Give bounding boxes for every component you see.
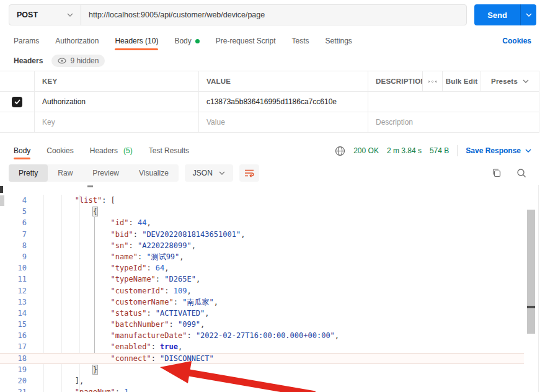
json-token: : [115,388,124,392]
send-button[interactable]: Send [474,4,520,25]
new-description-field[interactable]: Description [368,112,539,132]
tab-body[interactable]: Body [14,140,30,161]
line-content: { [34,206,97,217]
header-description-field[interactable] [368,92,539,112]
header-key-field[interactable]: Authorization [34,92,198,112]
code-line: 20 ], [0,375,545,386]
line-content: "enabled": true, [34,341,182,352]
json-token: : [156,275,164,283]
send-options-button[interactable] [520,4,536,25]
response-tabs-bar: BodyCookiesHeaders(5)Test Results 200 OK… [0,140,545,161]
tab-cookies[interactable]: Cookies [47,140,73,161]
scrollbar-marker [527,306,535,308]
response-time[interactable]: 2 m 3.84 s [387,146,422,155]
response-meta: 200 OK 2 m 3.84 s 574 B Save Response [335,145,531,156]
save-response-button[interactable]: Save Response [466,146,531,155]
tab-label: Body [14,146,30,155]
tab-headers-10[interactable]: Headers (10) [115,30,158,52]
line-content: "status": "ACTIVATED", [34,308,210,319]
chevron-down-icon [525,149,531,153]
tab-label: Body [174,37,191,45]
status-badge[interactable]: 200 OK [353,146,379,155]
method-select[interactable]: POST [9,5,81,25]
scrollbar-thumb[interactable] [527,210,535,334]
column-description: DESCRIPTION [368,71,422,91]
code-line: 9 "name": "测试99", [0,251,545,262]
clipped-line-fragment [87,185,93,187]
chevron-down-icon [526,13,532,17]
url-input[interactable]: http://localhost:9005/api/customer/web/d… [81,11,466,19]
line-number: 14 [0,308,34,319]
json-token: "sn" [111,241,129,250]
json-token: "南瓜家" [182,298,213,306]
json-token: : [174,298,182,306]
headers-table: KEY VALUE DESCRIPTION Bulk Edit Presets … [0,71,539,133]
view-mode-pretty[interactable]: Pretty [9,164,48,182]
format-label: JSON [193,169,213,177]
code-line: 6 "id": 44, [0,217,545,228]
tab-test-results[interactable]: Test Results [149,140,189,161]
json-token: 1 [124,388,128,392]
copy-button[interactable] [492,168,502,178]
line-number: 19 [0,364,34,375]
json-token: : [129,241,138,250]
code-line: 18 "connect": "DISCONNECT" [0,353,524,364]
code-line: 4 "list": [ [0,195,545,206]
tab-authorization[interactable]: Authorization [55,30,99,52]
json-token: "customerName" [111,298,174,306]
json-token: "batchNumber" [111,320,169,329]
headers-title: Headers [14,56,43,65]
json-token: "typeName" [111,275,156,283]
search-button[interactable] [516,168,526,178]
json-token: : [151,354,160,363]
json-token: "D265E" [164,275,196,283]
cookies-link[interactable]: Cookies [502,37,531,45]
json-token: : [133,230,142,239]
json-token: "A220228099" [138,241,192,250]
json-token: , [214,298,218,306]
hidden-headers-toggle[interactable]: 9 hidden [51,55,105,67]
new-value-field[interactable]: Value [198,112,368,132]
line-number: 8 [0,240,34,251]
new-key-field[interactable]: Key [34,112,198,132]
line-number: 17 [0,341,34,352]
line-number: 10 [0,262,34,274]
tab-label: Tests [291,37,309,45]
request-url-bar: POST http://localhost:9005/api/customer/… [0,0,545,30]
presets-dropdown[interactable]: Presets [481,71,539,91]
tab-headers[interactable]: Headers(5) [90,140,133,161]
view-bar-icons [492,168,536,178]
row-checkbox[interactable] [12,97,22,107]
view-mode-raw[interactable]: Raw [48,164,82,182]
view-mode-preview[interactable]: Preview [82,164,129,182]
json-token: : [129,218,138,227]
line-number: 21 [0,386,34,392]
json-token: , [178,342,182,351]
send-split-button: Send [474,4,536,25]
tab-tests[interactable]: Tests [291,30,309,52]
response-view-bar: PrettyRawPreviewVisualize JSON [0,161,545,185]
response-size[interactable]: 574 B [430,146,449,155]
view-mode-visualize[interactable]: Visualize [129,164,179,182]
bulk-edit-button[interactable]: Bulk Edit [442,71,481,91]
search-icon [516,168,526,178]
eye-icon [58,58,66,64]
json-token: 44 [138,218,146,227]
format-dropdown[interactable]: JSON [185,164,233,182]
code-line: 14 "status": "ACTIVATED", [0,308,545,319]
json-token: , [146,218,151,227]
json-token: : [187,331,195,340]
tab-params[interactable]: Params [14,30,39,52]
tab-body[interactable]: Body [174,30,199,52]
json-token: , [129,388,133,392]
json-token: : [ [102,196,115,205]
wrap-lines-button[interactable] [239,164,259,182]
header-value-field[interactable]: c13873a5b836416995d1186ca7cc610e [198,92,368,112]
bracket-highlight: } [93,365,97,374]
more-options-icon[interactable] [422,71,442,91]
tab-pre-request-script[interactable]: Pre-request Script [216,30,276,52]
tab-settings[interactable]: Settings [326,30,352,52]
line-content: "customerName": "南瓜家", [34,296,218,308]
header-select-cell [0,71,34,91]
json-token: , [187,287,191,295]
